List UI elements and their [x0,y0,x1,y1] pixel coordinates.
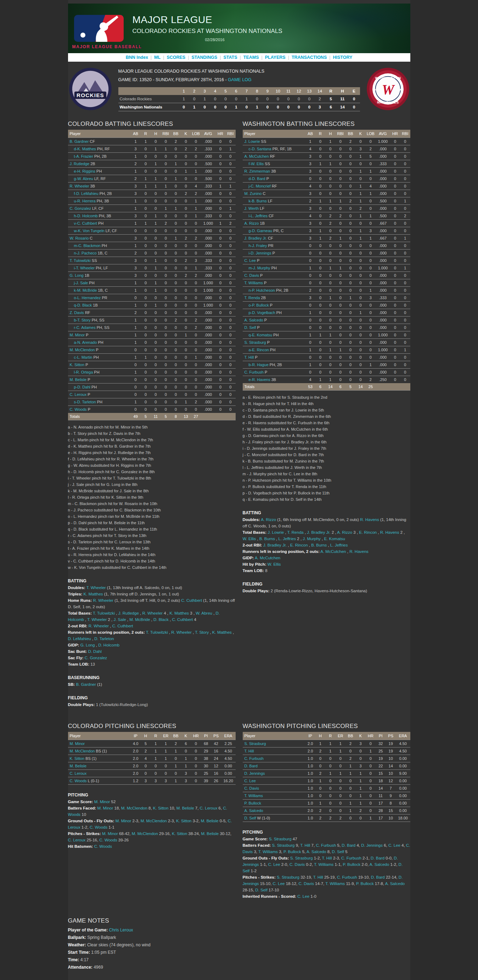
player-link[interactable]: J. Murphy [303,537,321,541]
player-link[interactable]: K. Sitton [153,806,168,810]
player-link[interactable]: S. Strasburg [245,340,266,345]
player-link[interactable]: T. Story [195,630,209,635]
player-link[interactable]: D. Bard [371,875,385,879]
player-link[interactable]: f-D. LeMahieu [74,191,98,196]
player-link[interactable]: M. McClendon [141,819,167,823]
player-link[interactable]: q-E. Komatsu [249,333,273,337]
player-link[interactable]: M. Belisle [201,832,219,836]
player-link[interactable]: D. Self [255,888,268,892]
player-link[interactable]: w-K. Von Tungeln [74,229,105,233]
player-link[interactable]: W. Abreu [195,611,212,615]
player-link[interactable]: B. Burns [259,537,275,541]
player-link[interactable]: C. Leroux [70,771,87,775]
player-link[interactable]: C. Lee [245,258,256,262]
nav-item-teams[interactable]: TEAMS [242,55,260,60]
player-link[interactable]: l-R. Ortega [74,370,93,374]
player-link[interactable]: J. Rutledge [70,162,90,166]
player-link[interactable]: K. Sitton [172,832,187,836]
player-link[interactable]: T. Williams [245,794,263,798]
player-link[interactable]: A. Salcedo [245,808,263,813]
player-link[interactable]: M. Belisle [176,806,194,810]
player-link[interactable]: S. Strasburg [272,843,295,848]
player-link[interactable]: T. Hill [313,875,323,879]
player-link[interactable]: J. Sale [113,617,126,622]
player-link[interactable]: K. Matthes [84,592,103,596]
player-link[interactable]: C. Leroux [70,392,87,397]
player-link[interactable]: K. Matthes [169,611,189,615]
nav-item-transactions[interactable]: TRANSACTIONS [290,55,328,60]
player-link[interactable]: P. Bullock [356,881,374,886]
player-link[interactable]: A. Salcedo [385,881,405,886]
player-link[interactable]: Z. Davis [70,310,84,315]
player-link[interactable]: E. Komatsu [324,537,345,541]
player-link[interactable]: a-E. Rincon [249,348,269,352]
player-link[interactable]: J. Bradley Jr. [307,530,330,535]
player-link[interactable]: M. Minor [97,806,113,810]
player-link[interactable]: r-C. Adames [74,325,96,329]
player-link[interactable]: D. Tarleton [94,636,114,641]
player-link[interactable]: i-T. Wheeler [74,266,95,270]
player-link[interactable]: Chris Leroux [109,928,133,932]
player-link[interactable]: D. Jennings [361,843,383,848]
player-link[interactable]: C. Lee [388,843,400,848]
player-link[interactable]: K. Sitton [176,819,191,823]
nav-item-stats[interactable]: STATS [222,55,238,60]
player-link[interactable]: M. Minor [102,832,118,836]
player-link[interactable]: e-R. Havens [249,377,270,382]
player-link[interactable]: D. Self [245,325,256,329]
player-link[interactable]: J. Bradley Jr. [263,543,287,547]
player-link[interactable]: C. Cuthbert [112,624,133,628]
player-link[interactable]: R. Havens [349,549,368,554]
player-link[interactable]: b-R. Hague [249,363,268,367]
player-link[interactable]: J. Werth [245,206,259,210]
player-link[interactable]: T. Renda [287,530,304,535]
player-link[interactable]: D. Jennings [245,771,265,775]
player-link[interactable]: T. Hill [245,749,254,753]
player-link[interactable]: M. McClendon [121,806,148,810]
player-link[interactable]: R. Havens [380,530,399,535]
player-link[interactable]: g-D. Garneau [249,229,273,233]
player-link[interactable]: d-K. Matthes [74,147,96,151]
player-link[interactable]: c-D. Santana [249,147,272,151]
nav-item-ml[interactable]: ML [153,55,162,60]
player-link[interactable]: C. Lee [297,894,309,899]
player-link[interactable]: T. Williams [325,881,345,886]
player-link[interactable]: T. Hill [245,355,254,360]
player-link[interactable]: C. Woods [99,838,117,842]
player-link[interactable]: T. Williams [245,281,263,285]
player-link[interactable]: T. Wheeler [87,617,106,622]
player-link[interactable]: L. Jeffries [278,537,296,541]
player-link[interactable]: C. Woods [90,825,107,829]
player-link[interactable]: C. Furbush [245,756,264,760]
player-link[interactable]: C. Woods [70,407,87,412]
player-link[interactable]: L. Jeffries [330,543,348,547]
player-link[interactable]: B. Burns [311,543,327,547]
player-link[interactable]: C. Woods [70,779,87,783]
player-link[interactable]: k-B. Burns [249,199,267,203]
player-link[interactable]: T. Hill [300,843,310,848]
player-link[interactable]: A. Salcedo [370,862,389,867]
player-link[interactable]: J. Lowrie [245,139,260,143]
player-link[interactable]: m-J. Murphy [249,266,270,270]
player-link[interactable]: C. Furbush [245,370,264,374]
player-link[interactable]: T. Tulowitzki [70,258,91,262]
player-link[interactable]: d-D. Bard [249,177,265,181]
player-link[interactable]: i-D. Jennings [249,251,272,255]
player-link[interactable]: C. Cuthbert [181,598,202,603]
player-link[interactable]: e-H. Riggins [74,169,96,173]
nav-item-scores[interactable]: SCORES [165,55,187,60]
player-link[interactable]: R. Wheeler [93,598,113,603]
player-link[interactable]: T. Tulowitzki [146,630,168,635]
player-link[interactable]: u-R. Herrera [74,199,96,203]
player-link[interactable]: A. Salcedo [306,850,326,854]
player-link[interactable]: h-J. Fraley [249,243,267,248]
player-link[interactable]: t-A. Frazier [74,154,93,158]
player-link[interactable]: M. McClendon [70,348,95,352]
player-link[interactable]: C. Gonzalez [70,206,91,210]
player-link[interactable]: M. Belisle [201,819,219,823]
player-link[interactable]: T. Williams [314,862,333,867]
player-link[interactable]: C. Furbush [316,843,336,848]
player-link[interactable]: C. Furbush [341,856,361,860]
player-link[interactable]: M. McClendon [70,749,95,753]
player-link[interactable]: M. McClendon [132,832,158,836]
